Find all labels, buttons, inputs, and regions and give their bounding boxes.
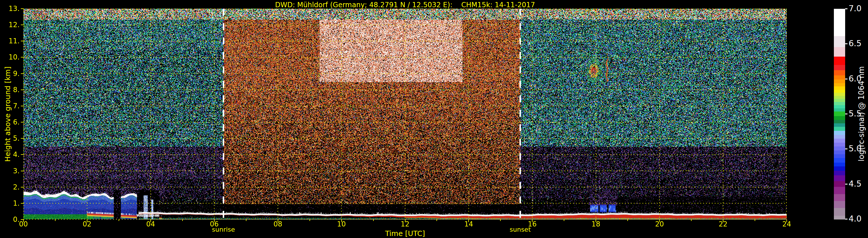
x-tick-label: 18 xyxy=(583,220,609,228)
colorbar-tickmark xyxy=(845,148,847,149)
y-tick-label: 12. xyxy=(0,21,20,29)
y-tick-label: 9. xyxy=(0,70,20,77)
colorbar-band xyxy=(834,216,845,219)
colorbar-tick-label: 6.5 xyxy=(848,39,868,48)
x-minor-tickmark xyxy=(55,219,56,221)
colorbar-band xyxy=(834,166,845,171)
y-tickmark xyxy=(21,57,24,58)
colorbar-band xyxy=(834,87,845,90)
y-tick-label: 5. xyxy=(0,135,20,142)
x-minor-tickmark xyxy=(373,219,374,221)
colorbar-band xyxy=(834,96,845,99)
x-tick-label: 08 xyxy=(265,220,291,228)
colorbar-band xyxy=(834,123,845,127)
x-minor-tickmark xyxy=(436,219,437,221)
y-tick-label: 6. xyxy=(0,118,20,126)
colorbar-band xyxy=(834,150,845,154)
colorbar-band xyxy=(834,181,845,187)
x-minor-tickmark xyxy=(182,219,183,221)
x-minor-tickmark xyxy=(755,219,755,221)
y-tick-label: 8. xyxy=(0,86,20,94)
y-tick-label: 1. xyxy=(0,200,20,207)
x-axis-label: Time [UTC] xyxy=(347,229,463,238)
x-tick-label: 02 xyxy=(74,220,100,228)
x-minor-tickmark xyxy=(564,219,564,221)
ceilometer-quicklook-page: { "window": {"width": 3001, "height": 82… xyxy=(0,0,868,238)
colorbar-band xyxy=(834,187,845,194)
colorbar-band xyxy=(834,83,845,87)
colorbar-band xyxy=(834,90,845,93)
x-tick-label: 14 xyxy=(456,220,482,228)
colorbar-band xyxy=(834,65,845,70)
colorbar-tickmark xyxy=(845,78,847,79)
colorbar-band xyxy=(834,36,845,47)
colorbar-tick-label: 4.0 xyxy=(848,214,868,224)
y-tickmark xyxy=(21,138,24,139)
x-tick-label: 20 xyxy=(646,220,673,228)
colorbar-tickmark xyxy=(845,43,847,44)
colorbar-band xyxy=(834,105,845,108)
y-tick-label: 11. xyxy=(0,37,20,45)
colorbar-band xyxy=(834,116,845,120)
colorbar-band xyxy=(834,47,845,57)
colorbar-tickmark xyxy=(845,113,847,114)
colorbar-band xyxy=(834,131,845,135)
x-minor-tickmark xyxy=(500,219,501,221)
x-tick-label: 10 xyxy=(329,220,354,228)
x-tick-label: 04 xyxy=(138,220,164,228)
colorbar-label: log(rc-signal) @ 1064 nm xyxy=(857,66,866,161)
y-tick-label: 2. xyxy=(0,183,20,191)
y-tick-label: 3. xyxy=(0,167,20,175)
colorbar xyxy=(834,9,845,219)
colorbar-band xyxy=(834,146,845,150)
y-tick-label: 13. xyxy=(0,5,20,12)
y-tickmark xyxy=(21,8,24,9)
x-tick-label: 16 xyxy=(519,220,545,228)
y-tickmark xyxy=(21,154,24,155)
colorbar-band xyxy=(834,108,845,111)
y-tickmark xyxy=(21,73,24,74)
colorbar-band xyxy=(834,102,845,105)
x-minor-tickmark xyxy=(246,219,246,221)
colorbar-band xyxy=(834,158,845,162)
colorbar-tick-label: 4.5 xyxy=(848,179,868,189)
colorbar-band xyxy=(834,208,845,216)
y-tickmark xyxy=(21,171,24,171)
y-tickmark xyxy=(21,106,24,106)
colorbar-band xyxy=(834,75,845,79)
colorbar-band xyxy=(834,79,845,83)
colorbar-band xyxy=(834,143,845,146)
x-minor-tickmark xyxy=(691,219,691,221)
colorbar-band xyxy=(834,57,845,65)
x-tick-label: 06 xyxy=(201,220,227,228)
colorbar-band xyxy=(834,135,845,139)
colorbar-tickmark xyxy=(845,219,847,219)
colorbar-band xyxy=(834,120,845,123)
colorbar-band xyxy=(834,99,845,102)
y-tickmark xyxy=(21,122,24,123)
colorbar-band xyxy=(834,201,845,208)
x-tick-label: 12 xyxy=(392,220,418,228)
x-tick-label: 00 xyxy=(10,220,36,228)
ceilometer-heatmap-canvas xyxy=(24,9,787,219)
colorbar-band xyxy=(834,127,845,131)
y-tickmark xyxy=(21,187,24,188)
x-tick-label: 22 xyxy=(710,220,736,228)
x-minor-tickmark xyxy=(119,219,119,221)
colorbar-band xyxy=(834,194,845,201)
colorbar-band xyxy=(834,171,845,175)
y-tick-label: 7. xyxy=(0,102,20,110)
colorbar-band xyxy=(834,175,845,181)
colorbar-band xyxy=(834,154,845,158)
colorbar-tick-label: 7.0 xyxy=(848,4,868,13)
x-tick-label: 24 xyxy=(774,220,800,228)
x-minor-tickmark xyxy=(309,219,310,221)
colorbar-band xyxy=(834,9,845,36)
colorbar-band xyxy=(834,163,845,166)
y-tickmark xyxy=(21,41,24,41)
x-minor-tickmark xyxy=(627,219,628,221)
y-tickmark xyxy=(21,90,24,90)
y-tickmark xyxy=(21,25,24,25)
plot-title: DWD: Mühldorf (Germany; 48.2791 N / 12.5… xyxy=(24,1,787,9)
colorbar-tickmark xyxy=(845,8,847,9)
